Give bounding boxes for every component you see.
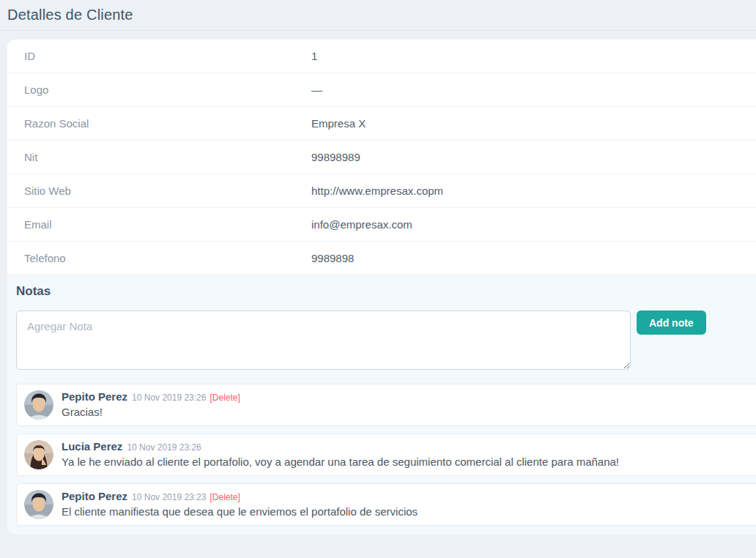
detail-label: Logo: [24, 83, 311, 96]
detail-value: Empresa X: [311, 117, 366, 130]
note-timestamp: 10 Nov 2019 23:26: [127, 442, 201, 453]
note-item: Pepito Perez 10 Nov 2019 23:26 [Delete] …: [16, 384, 756, 426]
note-item: Lucia Perez 10 Nov 2019 23:26 Ya le he e…: [16, 434, 756, 476]
note-author: Lucia Perez: [62, 440, 122, 453]
client-details-card: ID 1 Logo — Razon Social Empresa X Nit 9…: [7, 40, 756, 534]
note-timestamp: 10 Nov 2019 23:26: [132, 393, 206, 403]
note-author: Pepito Perez: [62, 390, 127, 403]
detail-label: ID: [24, 50, 311, 62]
detail-row-sitio-web: Sitio Web http://www.empresax.copm: [7, 174, 756, 208]
detail-label: Telefono: [24, 252, 311, 264]
detail-label: Sitio Web: [24, 185, 311, 197]
note-text: Ya le he enviado al cliente el portafoli…: [62, 455, 619, 468]
add-note-button[interactable]: Add note: [637, 310, 706, 335]
note-compose-row: Add note: [16, 310, 756, 370]
note-list: Pepito Perez 10 Nov 2019 23:26 [Delete] …: [16, 384, 756, 526]
detail-row-razon-social: Razon Social Empresa X: [7, 107, 756, 141]
note-author: Pepito Perez: [62, 490, 127, 502]
note-delete-link[interactable]: [Delete]: [210, 492, 240, 502]
notes-section: Notas Add note: [7, 275, 756, 534]
detail-row-logo: Logo —: [7, 73, 756, 107]
note-input[interactable]: [16, 310, 631, 370]
note-body: Lucia Perez 10 Nov 2019 23:26 Ya le he e…: [62, 440, 619, 469]
detail-row-telefono: Telefono 9989898: [7, 242, 756, 275]
note-head: Pepito Perez 10 Nov 2019 23:26 [Delete]: [62, 390, 240, 403]
male-portrait-avatar-icon: [24, 390, 53, 420]
note-body: Pepito Perez 10 Nov 2019 23:26 [Delete] …: [62, 390, 240, 420]
note-delete-link[interactable]: [Delete]: [210, 393, 240, 403]
note-head: Lucia Perez 10 Nov 2019 23:26: [62, 440, 619, 453]
page-header: Detalles de Cliente: [0, 0, 756, 31]
notes-heading: Notas: [16, 284, 756, 299]
male-portrait-avatar-icon: [24, 490, 53, 519]
note-timestamp: 10 Nov 2019 23:23: [132, 492, 206, 502]
detail-value: info@empresax.com: [311, 218, 412, 231]
detail-value: 9989898: [311, 252, 354, 264]
detail-label: Email: [24, 218, 311, 231]
note-text: El cliente manifiesta que desea que le e…: [62, 505, 418, 518]
details-table: ID 1 Logo — Razon Social Empresa X Nit 9…: [7, 40, 756, 275]
note-text: Gracias!: [62, 406, 240, 418]
detail-label: Nit: [24, 151, 311, 163]
detail-value: —: [311, 83, 322, 96]
note-item: Pepito Perez 10 Nov 2019 23:23 [Delete] …: [16, 483, 756, 526]
detail-label: Razon Social: [24, 117, 311, 130]
female-portrait-avatar-icon: [24, 440, 53, 469]
note-head: Pepito Perez 10 Nov 2019 23:23 [Delete]: [62, 490, 418, 502]
detail-value: 99898989: [311, 151, 360, 163]
detail-value: 1: [311, 50, 317, 62]
detail-value: http://www.empresax.copm: [311, 185, 443, 197]
detail-row-email: Email info@empresax.com: [7, 208, 756, 242]
page-title: Detalles de Cliente: [7, 7, 133, 23]
detail-row-nit: Nit 99898989: [7, 141, 756, 174]
detail-row-id: ID 1: [7, 40, 756, 73]
note-body: Pepito Perez 10 Nov 2019 23:23 [Delete] …: [62, 490, 418, 519]
